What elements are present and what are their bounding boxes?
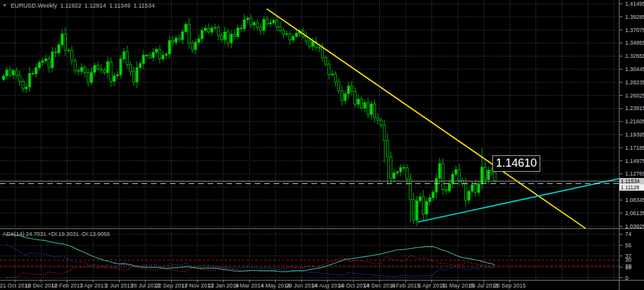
candle xyxy=(426,201,428,214)
candle xyxy=(419,197,421,201)
candle xyxy=(64,34,67,50)
ohlc-close: 1.11534 xyxy=(133,2,155,9)
candle xyxy=(119,59,122,75)
candle xyxy=(9,70,11,75)
candle xyxy=(292,36,294,40)
candle xyxy=(484,167,487,180)
candle xyxy=(22,81,25,89)
price-axis-label: 1.19395 xyxy=(625,132,644,138)
candle xyxy=(286,34,288,35)
candle xyxy=(55,52,57,53)
candle xyxy=(296,33,298,36)
candle xyxy=(77,70,80,72)
indicator-label: ADX(14) 24.7031 +DI:19.3031 -DI:13.9056 xyxy=(3,231,110,237)
candle xyxy=(494,172,496,181)
candle xyxy=(48,59,50,67)
candle xyxy=(455,169,457,174)
candle xyxy=(110,62,113,81)
price-axis-label: 1.06135 xyxy=(625,211,644,216)
candle xyxy=(35,68,38,74)
candle xyxy=(338,82,340,91)
candle xyxy=(380,120,382,125)
candle xyxy=(269,23,272,24)
one-click-trading-icon[interactable]: ▼ xyxy=(3,2,7,9)
candle xyxy=(386,140,389,157)
candle xyxy=(149,55,152,57)
candle xyxy=(178,38,180,40)
candle xyxy=(58,45,60,53)
price-axis-label: 1.17185 xyxy=(625,145,644,151)
candle xyxy=(465,184,467,200)
candle xyxy=(38,62,41,67)
candle xyxy=(185,25,187,31)
candle xyxy=(429,198,431,201)
descending-trendline[interactable] xyxy=(267,9,586,228)
candle xyxy=(197,39,200,42)
candle xyxy=(31,74,34,74)
price-axis-label: 1.12765 xyxy=(625,171,644,177)
candle xyxy=(445,189,448,191)
price-axis-label: 1.08345 xyxy=(625,198,644,203)
candle xyxy=(19,75,21,82)
price-axis-label: 1.26025 xyxy=(625,93,644,99)
candle xyxy=(236,28,239,37)
candle xyxy=(158,49,161,59)
candle xyxy=(276,20,279,26)
ohlc-open: 1.11922 xyxy=(60,2,82,9)
candle xyxy=(221,36,223,40)
candle xyxy=(84,67,86,72)
candle xyxy=(406,168,409,179)
bid-price-box: 1.11534 xyxy=(619,178,644,184)
candle xyxy=(360,99,363,108)
candle xyxy=(70,50,73,60)
candle xyxy=(201,30,203,38)
candle xyxy=(399,167,402,172)
price-axis-label: 1.32655 xyxy=(625,53,644,59)
candle xyxy=(370,104,373,114)
candle xyxy=(448,184,451,191)
candle xyxy=(130,65,132,72)
adx-level-label: 20 xyxy=(625,264,631,269)
adx-axis-label: 55 xyxy=(625,243,631,248)
candle xyxy=(321,48,324,58)
candle xyxy=(80,67,83,71)
price-level-label[interactable]: 1.14610 xyxy=(492,155,540,172)
candle xyxy=(325,58,327,64)
price-axis-label: 1.37075 xyxy=(625,28,644,33)
candle xyxy=(341,91,343,101)
candle xyxy=(452,174,454,184)
candle xyxy=(396,172,399,173)
candle xyxy=(133,71,135,82)
candle xyxy=(432,192,435,198)
candle xyxy=(347,86,350,94)
candle xyxy=(12,70,14,75)
candle xyxy=(230,34,233,43)
candle xyxy=(402,167,405,168)
candle xyxy=(152,52,155,57)
candle xyxy=(422,197,425,214)
candle xyxy=(383,125,386,140)
candle xyxy=(458,169,460,180)
candle xyxy=(191,43,194,50)
candle xyxy=(204,28,207,30)
candle xyxy=(474,185,477,192)
candle xyxy=(308,41,311,46)
candle xyxy=(318,48,321,48)
candle xyxy=(260,27,262,30)
price-axis-label: 1.30445 xyxy=(625,67,644,72)
candle xyxy=(136,68,138,82)
candle xyxy=(367,103,369,114)
candle xyxy=(165,54,168,55)
candle xyxy=(6,70,8,76)
candle xyxy=(139,64,142,68)
candle xyxy=(45,59,47,60)
candle xyxy=(106,62,109,73)
price-chart-plot[interactable] xyxy=(0,0,644,290)
candle xyxy=(208,28,210,32)
candle xyxy=(155,49,158,52)
candle xyxy=(331,74,333,75)
candle xyxy=(250,18,252,25)
candle xyxy=(16,70,18,75)
candle xyxy=(94,65,96,72)
candle xyxy=(377,118,379,120)
